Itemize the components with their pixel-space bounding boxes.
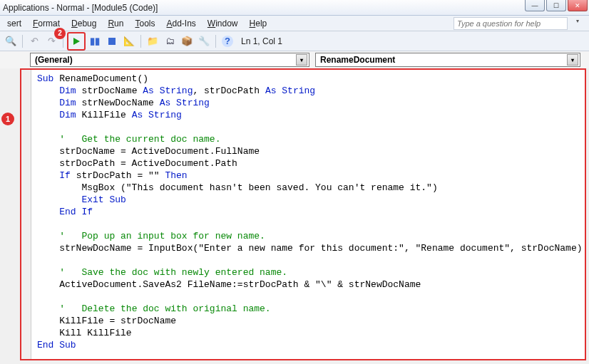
properties-icon[interactable]: 🗂 [162,33,178,49]
help-search-box[interactable] [454,17,568,30]
menu-debug[interactable]: Debug [66,17,102,30]
maximize-button[interactable]: ☐ [546,0,566,11]
help-dropdown-icon[interactable]: ▾ [576,18,579,24]
cursor-position: Ln 1, Col 1 [241,36,282,46]
menu-run[interactable]: Run [102,17,129,30]
separator [22,35,23,48]
object-dropdown[interactable]: (General) ▾ [30,53,309,67]
undo-icon[interactable]: ↶ [26,33,42,49]
code-gutter [21,70,31,359]
reset-button[interactable] [104,33,120,49]
minimize-button[interactable]: — [525,0,545,11]
run-button[interactable] [69,34,83,48]
code-editor-highlight: 1 Sub RenameDocument() Dim strDocName As… [20,68,586,360]
code-editor[interactable]: Sub RenameDocument() Dim strDocName As S… [21,70,585,354]
window-controls: — ☐ ✕ [525,0,588,11]
help-icon[interactable]: ? [220,33,235,49]
procedure-dropdown-value: RenameDocument [320,55,395,65]
object-browser-icon[interactable]: 📦 [179,33,195,49]
close-button[interactable]: ✕ [568,0,588,11]
chevron-down-icon: ▾ [567,54,578,66]
menu-bar: sert Format Debug Run Tools Add-Ins Wind… [0,16,589,31]
code-pane-header: (General) ▾ RenameDocument ▾ [0,51,589,68]
design-mode-icon[interactable]: 📐 [121,33,137,49]
menu-insert[interactable]: sert [1,17,27,30]
chevron-down-icon: ▾ [296,54,307,66]
menu-help[interactable]: Help [244,17,273,30]
title-bar: Applications - Normal - [Module5 (Code)]… [0,0,589,16]
svg-marker-0 [73,38,80,45]
help-search-input[interactable] [454,17,568,30]
play-icon [72,37,81,46]
menu-addins[interactable]: Add-Ins [160,17,201,30]
toolbox-icon[interactable]: 🔧 [196,33,212,49]
toolbar: 🔍 ↶ ↷ 2 ▮▮ 📐 📁 🗂 📦 🔧 ? Ln 1, Col 1 [0,31,589,51]
procedure-dropdown[interactable]: RenameDocument ▾ [315,53,580,67]
window-title: Applications - Normal - [Module5 (Code)] [3,3,158,13]
annotation-step-1: 1 [1,113,14,125]
run-button-highlight: 2 [67,32,86,51]
annotation-step-2: 2 [54,28,66,39]
separator [140,35,141,48]
menu-tools[interactable]: Tools [129,17,160,30]
project-explorer-icon[interactable]: 📁 [145,33,160,49]
menu-window[interactable]: Window [202,17,244,30]
break-button[interactable]: ▮▮ [87,33,103,49]
object-dropdown-value: (General) [35,55,73,65]
separator [215,35,216,48]
find-icon[interactable]: 🔍 [3,33,19,49]
